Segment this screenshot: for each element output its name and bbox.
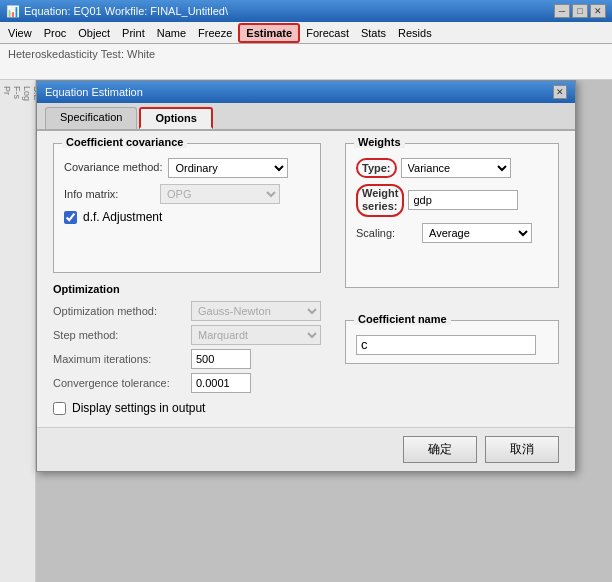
covariance-method-select[interactable]: Ordinary White HAC [168,158,288,178]
menu-stats[interactable]: Stats [355,25,392,41]
menu-resids[interactable]: Resids [392,25,438,41]
title-bar: 📊 Equation: EQ01 Workfile: FINAL_Untitle… [0,0,612,22]
optimization-grid: Optimization method: Gauss-Newton Step m… [53,301,321,393]
df-adjustment-checkbox[interactable] [64,211,77,224]
cancel-button[interactable]: 取消 [485,436,559,463]
title-bar-controls: ─ □ ✕ [554,4,606,18]
weight-series-row: Weightseries: [356,184,548,216]
close-button[interactable]: ✕ [590,4,606,18]
bg-content: Heteroskedasticity Test: White [0,44,612,80]
bg-panel: F-sTeDeMeDaSaIncR-sAdS.ELogF-sPr [0,80,36,582]
weights-type-select[interactable]: Variance Inverse Variance Standard Dev N… [401,158,511,178]
menu-name[interactable]: Name [151,25,192,41]
conv-tol-label: Convergence tolerance: [53,377,183,389]
step-method-select[interactable]: Marquardt [191,325,321,345]
coeff-name-label: Coefficient name [354,313,451,325]
conv-tol-input[interactable] [191,373,251,393]
dialog-body: Coefficient covariance Covariance method… [37,131,575,427]
df-adjustment-label: d.f. Adjustment [83,210,162,224]
menu-proc[interactable]: Proc [38,25,73,41]
weights-section: Weights Type: Variance Inverse Variance … [345,143,559,288]
info-matrix-select[interactable]: OPG Hessian [160,184,280,204]
menu-bar: View Proc Object Print Name Freeze Estim… [0,22,612,44]
title-bar-text: Equation: EQ01 Workfile: FINAL_Untitled\ [24,5,228,17]
tab-bar: Specification Options [37,103,575,131]
weight-series-input[interactable] [408,190,518,210]
menu-print[interactable]: Print [116,25,151,41]
title-bar-left: 📊 Equation: EQ01 Workfile: FINAL_Untitle… [6,5,228,18]
hetero-text: Heteroskedasticity Test: White [8,48,155,60]
coeff-name-input[interactable] [356,335,536,355]
step-method-label: Step method: [53,329,183,341]
type-label-circled: Type: [356,158,397,178]
scaling-label: Scaling: [356,227,416,239]
optimization-title: Optimization [53,283,321,295]
display-settings-label: Display settings in output [72,401,205,415]
ok-button[interactable]: 确定 [403,436,477,463]
weights-section-label: Weights [354,136,405,148]
coeff-covariance-section: Coefficient covariance Covariance method… [53,143,321,273]
covariance-method-label: Covariance method: [64,161,162,174]
dialog-title-bar: Equation Estimation ✕ [37,81,575,103]
menu-forecast[interactable]: Forecast [300,25,355,41]
coeff-name-section: Coefficient name [345,320,559,364]
weight-series-label-circled: Weightseries: [356,184,404,216]
two-col-layout: Coefficient covariance Covariance method… [53,143,559,415]
scaling-row: Scaling: None Average EViews default [356,223,548,243]
menu-estimate[interactable]: Estimate [238,23,300,43]
menu-freeze[interactable]: Freeze [192,25,238,41]
outer-wrapper: F-sTeDeMeDaSaIncR-sAdS.ELogF-sPr Equatio… [0,80,612,582]
max-iter-input[interactable] [191,349,251,369]
right-column: Weights Type: Variance Inverse Variance … [345,143,559,415]
tab-specification[interactable]: Specification [45,107,137,129]
dialog-footer: 确定 取消 [37,427,575,471]
maximize-button[interactable]: □ [572,4,588,18]
display-settings-checkbox[interactable] [53,402,66,415]
max-iter-label: Maximum iterations: [53,353,183,365]
covariance-method-row: Covariance method: Ordinary White HAC [64,158,310,178]
scaling-select[interactable]: None Average EViews default [422,223,532,243]
weights-type-row: Type: Variance Inverse Variance Standard… [356,158,548,178]
app-icon: 📊 [6,5,20,18]
coeff-covariance-label: Coefficient covariance [62,136,187,148]
menu-view[interactable]: View [2,25,38,41]
dialog-title-text: Equation Estimation [45,86,143,98]
menu-object[interactable]: Object [72,25,116,41]
dialog-close-button[interactable]: ✕ [553,85,567,99]
left-column: Coefficient covariance Covariance method… [53,143,321,415]
info-matrix-label: Info matrix: [64,188,154,200]
equation-estimation-dialog: Equation Estimation ✕ Specification Opti… [36,80,576,472]
optimization-section: Optimization Optimization method: Gauss-… [53,283,321,415]
minimize-button[interactable]: ─ [554,4,570,18]
optim-method-label: Optimization method: [53,305,183,317]
optim-method-select[interactable]: Gauss-Newton [191,301,321,321]
info-matrix-row: Info matrix: OPG Hessian [64,184,310,204]
tab-options[interactable]: Options [139,107,213,129]
df-adjustment-row: d.f. Adjustment [64,210,310,224]
display-settings-row: Display settings in output [53,401,321,415]
